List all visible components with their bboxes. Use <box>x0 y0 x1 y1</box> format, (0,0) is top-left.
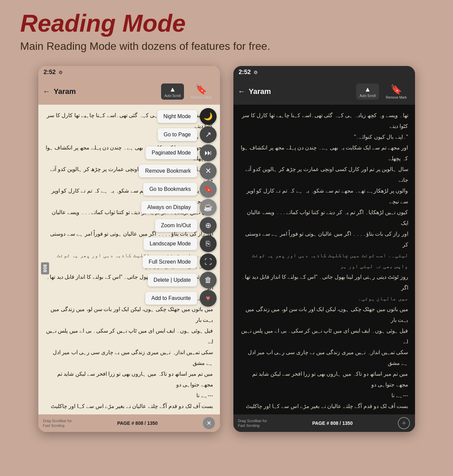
menu-item-landscape-mode[interactable]: Landscape Mode ⎘ <box>139 235 216 252</box>
menu-item-remove-bookmark[interactable]: Remove Bookmark ✕ <box>139 163 216 179</box>
full-screen-mode-label: Full Screen Mode <box>143 256 197 268</box>
fullscreen-icon: ⛶ <box>204 258 212 266</box>
night-mode-label: Night Mode <box>157 110 197 123</box>
go-to-page-label: Go to Page <box>158 128 197 141</box>
app-bar-light: ← Yaram ▲ Auto Scroll 🔖 Remove Mark <box>38 78 220 105</box>
menu-item-night-mode[interactable]: Night Mode 🌙 <box>139 108 216 125</box>
menu-item-delete-update[interactable]: Delete | Update 🗑 <box>139 272 216 288</box>
menu-item-full-screen-mode[interactable]: Full Screen Mode ⛶ <box>139 253 216 270</box>
auto-scroll-icon-dark: ▲ <box>364 86 371 93</box>
status-gear-dark: ⚙ <box>254 70 258 75</box>
landscape-mode-icon-btn[interactable]: ⎘ <box>200 235 217 252</box>
paginated-icon: ⏭ <box>204 148 212 157</box>
status-time-light: 2:52 <box>44 69 56 76</box>
scrollbar-text-dark: Drag Scrollbar for Fast Scroling <box>238 418 267 428</box>
night-mode-icon-btn[interactable]: 🌙 <box>200 108 217 125</box>
status-bar-dark: 2:52 ⚙ <box>233 66 415 78</box>
back-button-light[interactable]: ← <box>43 87 50 96</box>
share-icon: ↗ <box>205 130 211 139</box>
paginated-mode-icon-btn[interactable]: ⏭ <box>200 144 217 161</box>
bottom-bar-light: Drag Scrollbar for Fast Scroling PAGE # … <box>38 414 220 432</box>
menu-item-paginated-mode[interactable]: Paginated Mode ⏭ <box>139 144 216 161</box>
page-number-dark: PAGE # 808 / 1350 <box>312 420 352 426</box>
delete-update-label: Delete | Update <box>148 274 197 286</box>
zoom-in-out-label: Zoom In/Out <box>155 219 197 232</box>
remove-bookmark-icon-btn[interactable]: ✕ <box>200 163 217 179</box>
add-button-dark[interactable]: + <box>398 417 410 429</box>
always-on-display-icon-btn[interactable]: ☕ <box>200 199 217 216</box>
zoom-in-out-icon-btn[interactable]: ⊕ <box>200 217 217 234</box>
menu-item-go-to-bookmarks[interactable]: Go to Bookmarks 🔖 <box>139 181 216 198</box>
app-title-dark: Yaram <box>249 87 353 96</box>
page-title: Reading Mode <box>20 10 433 37</box>
phones-container: 2:52 ⚙ ← Yaram ▲ Auto Scroll 🔖 Remove Ma… <box>0 59 453 445</box>
coffee-icon: ☕ <box>203 203 213 212</box>
bookmark-icon: 🔖 <box>203 185 213 194</box>
paginated-mode-label: Paginated Mode <box>146 146 197 159</box>
scrollbar-text-light: Drag Scrollbar for Fast Scroling <box>43 418 72 428</box>
auto-scroll-icon-light: ▲ <box>169 86 176 93</box>
remove-mark-button-light[interactable]: 🔖 Remove Mark <box>187 82 215 101</box>
add-icon-dark: + <box>402 419 406 428</box>
go-to-bookmarks-label: Go to Bookmarks <box>143 183 197 196</box>
page-number-light: PAGE # 808 / 1350 <box>117 420 157 426</box>
reading-content-light: 808 تھا۔ ویسے وہ کچھ زیادہ ہی کہہ گئی تھ… <box>38 105 220 432</box>
remove-bookmark-label: Remove Bookmark <box>139 165 197 177</box>
remove-bookmark-icon: ✕ <box>205 167 211 175</box>
app-title-light: Yaram <box>54 87 158 96</box>
remove-mark-button-dark[interactable]: 🔖 Remove Mark <box>382 82 410 101</box>
remove-mark-icon-light: 🔖 <box>195 84 207 95</box>
zoom-icon: ⊕ <box>205 221 211 230</box>
delete-update-icon-btn[interactable]: 🗑 <box>200 272 217 288</box>
go-to-bookmarks-icon-btn[interactable]: 🔖 <box>200 181 217 198</box>
auto-scroll-label-light: Auto Scroll <box>164 94 181 98</box>
app-bar-dark: ← Yaram ▲ Auto Scroll 🔖 Remove Mark <box>233 78 415 105</box>
auto-scroll-label-dark: Auto Scroll <box>360 94 376 98</box>
page-subtitle: Main Reading Mode with dozens of feature… <box>20 40 433 53</box>
heart-icon: ♥ <box>206 294 210 303</box>
menu-item-always-on-display[interactable]: Always on Display ☕ <box>139 199 216 216</box>
remove-mark-icon-dark: 🔖 <box>390 84 402 95</box>
menu-item-add-to-favourite[interactable]: Add to Favourite ♥ <box>139 290 216 307</box>
moon-icon: 🌙 <box>203 112 213 121</box>
remove-mark-label-light: Remove Mark <box>191 96 212 99</box>
bottom-bar-dark: Drag Scrollbar for Fast Scroling PAGE # … <box>233 414 415 432</box>
menu-item-zoom-in-out[interactable]: Zoom In/Out ⊕ <box>139 217 216 234</box>
add-to-favourite-icon-btn[interactable]: ♥ <box>200 290 217 307</box>
scrollbar-line1-light: Drag Scrollbar for <box>43 418 72 423</box>
menu-item-go-to-page[interactable]: Go to Page ↗ <box>139 126 216 143</box>
trash-icon: 🗑 <box>204 276 212 284</box>
urdu-text-dark: تھا۔ ویسے وہ کچھ زیادہ ہی کہہ گئی تھی۔اس… <box>240 110 408 412</box>
full-screen-mode-icon-btn[interactable]: ⛶ <box>200 253 217 270</box>
add-to-favourite-label: Add to Favourite <box>145 292 197 305</box>
close-icon-light: ✕ <box>206 419 212 427</box>
status-gear-light: ⚙ <box>59 70 63 75</box>
close-button-light[interactable]: ✕ <box>203 417 215 429</box>
remove-mark-label-dark: Remove Mark <box>386 96 407 99</box>
landscape-mode-label: Landscape Mode <box>144 237 197 250</box>
go-to-page-icon-btn[interactable]: ↗ <box>200 126 217 143</box>
status-bar-light: 2:52 ⚙ <box>38 66 220 78</box>
phone-dark: 2:52 ⚙ ← Yaram ▲ Auto Scroll 🔖 Remove Ma… <box>233 66 415 432</box>
header-section: Reading Mode Main Reading Mode with doze… <box>0 0 453 59</box>
scrollbar-line2-light: Fast Scroling <box>43 423 72 428</box>
auto-scroll-button-dark[interactable]: ▲ Auto Scroll <box>356 83 379 100</box>
always-on-display-label: Always on Display <box>141 201 197 214</box>
auto-scroll-button-light[interactable]: ▲ Auto Scroll <box>161 83 184 100</box>
landscape-icon: ⎘ <box>206 239 210 248</box>
scrollbar-line2-dark: Fast Scroling <box>238 423 267 428</box>
context-menu: Night Mode 🌙 Go to Page ↗ Paginated Mode… <box>139 108 216 307</box>
reading-content-dark: تھا۔ ویسے وہ کچھ زیادہ ہی کہہ گئی تھی۔اس… <box>233 105 415 432</box>
status-time-dark: 2:52 <box>239 69 251 76</box>
back-button-dark[interactable]: ← <box>238 87 246 96</box>
page-indicator-side-light: 808 <box>41 263 49 274</box>
scrollbar-line1-dark: Drag Scrollbar for <box>238 418 267 423</box>
phone-light: 2:52 ⚙ ← Yaram ▲ Auto Scroll 🔖 Remove Ma… <box>38 66 220 432</box>
